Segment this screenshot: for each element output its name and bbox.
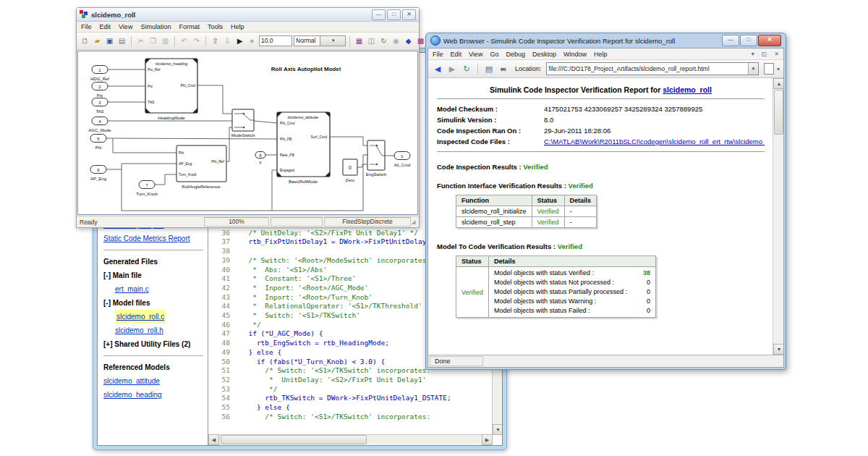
menu-file[interactable]: File <box>81 23 92 30</box>
basic-roll-mode-block[interactable]: slcidemo_attitude Phi_Cmd Phi_FB Rate_FB… <box>277 112 330 184</box>
save-icon[interactable]: ▣ <box>104 35 115 46</box>
zero-constant-block[interactable]: 0 Zero <box>343 159 357 182</box>
close-tab-icon[interactable]: ✕ <box>774 51 779 57</box>
location-input[interactable]: file:///C:/DO178_Project_Artifacts/slcid… <box>547 65 748 72</box>
close-button[interactable]: ✕ <box>758 35 781 46</box>
roll-angle-reference-block[interactable]: Phi AP_Eng Turn_Knob Phi_Ref RollAngleRe… <box>176 145 226 189</box>
heading-mode-block[interactable]: slcidemo_heading Psi_Ref Psi TAS Phi_Cmd… <box>145 59 197 120</box>
maximize-button[interactable]: □ <box>740 35 757 46</box>
menu-debug[interactable]: Debug <box>506 51 525 58</box>
model-link[interactable]: slcidemo_roll <box>663 85 712 94</box>
menu-file[interactable]: File <box>433 51 443 58</box>
report-vertical-scrollbar[interactable]: ▲ ▼ <box>773 78 783 355</box>
mode-switch-block[interactable]: ModeSwitch <box>231 109 255 138</box>
build-icon[interactable]: ◆ <box>403 35 414 46</box>
open-model-icon[interactable]: ▰ <box>92 35 103 46</box>
menu-edit[interactable]: Edit <box>100 23 111 30</box>
menu-tools[interactable]: Tools <box>208 23 223 30</box>
menu-desktop[interactable]: Desktop <box>532 51 556 58</box>
run-simulation-button[interactable]: ▶ <box>234 35 245 46</box>
info-row-ran-on: Code Inspection Ran On : 29-Jun-2011 18:… <box>437 125 765 136</box>
scroll-left-icon[interactable]: ◀ <box>208 434 219 445</box>
menu-view[interactable]: View <box>469 51 482 58</box>
sidebar-divider <box>103 250 203 250</box>
sidebar-link-ert-main[interactable]: ert_main.c <box>115 282 203 296</box>
location-combobox[interactable]: file:///C:/DO178_Project_Artifacts/slcid… <box>546 62 759 75</box>
inport-hdg-ref[interactable]: 1 HDG_Ref <box>90 66 109 82</box>
copy-icon[interactable]: ❐ <box>148 35 158 46</box>
simulink-model-window: slcidemo_roll — □ ✕ File Edit View Simul… <box>76 7 420 228</box>
inport-turn-knob[interactable]: 7 Turn_Knob <box>136 181 158 197</box>
browser-titlebar[interactable]: Web Browser - Simulink Code Inspector Ve… <box>427 33 784 48</box>
chevron-down-icon[interactable]: ▼ <box>748 63 758 75</box>
menu-view[interactable]: View <box>119 23 132 30</box>
close-button[interactable]: ✕ <box>402 9 416 20</box>
library-browser-icon[interactable]: ▦ <box>354 35 365 46</box>
go-up-icon[interactable]: ⇧ <box>210 35 221 46</box>
vertical-scroll-thumb[interactable] <box>774 90 783 135</box>
forward-icon[interactable]: ▶ <box>446 63 458 75</box>
scroll-right-icon[interactable]: ▶ <box>482 434 493 445</box>
sidebar-link-static-code-metrics[interactable]: Static Code Metrics Report <box>103 232 203 245</box>
shared-utility-group-toggle[interactable]: [+] Shared Utility Files (2) <box>103 337 203 351</box>
eng-switch-block[interactable]: EngSwitch <box>366 140 386 177</box>
model-files-group-toggle[interactable]: [-] Model files <box>103 296 203 310</box>
go-down-icon[interactable]: ⇩ <box>222 35 233 46</box>
sidebar-link-slcidemo-heading[interactable]: slcidemo_heading <box>103 388 203 402</box>
simulink-titlebar[interactable]: slcidemo_roll — □ ✕ <box>77 8 419 22</box>
back-icon[interactable]: ◀ <box>432 63 443 75</box>
cut-icon[interactable]: ✂ <box>135 35 146 46</box>
new-model-icon[interactable]: 🗋 <box>80 35 90 46</box>
stop-simulation-button[interactable]: ■ <box>247 35 258 46</box>
simulink-statusbar: Ready 100% FixedStepDiscrete ◢ <box>77 216 419 227</box>
undock-icon[interactable]: ▾ <box>752 51 754 57</box>
scroll-down-icon[interactable]: ▼ <box>773 344 783 355</box>
inport-tas[interactable]: 3 TAS <box>92 98 108 114</box>
paste-icon[interactable]: ▥ <box>160 35 171 46</box>
dock-icon[interactable]: ◱ <box>762 51 767 57</box>
scroll-up-icon[interactable]: ▲ <box>773 78 783 89</box>
horizontal-scroll-thumb[interactable] <box>221 435 367 444</box>
print-icon[interactable]: ▤ <box>116 35 127 46</box>
undo-icon[interactable]: ↶ <box>179 35 190 46</box>
inport-ap-eng[interactable]: 6 AP_Eng <box>90 166 106 182</box>
page-icon[interactable] <box>764 63 774 75</box>
inspected-file-link[interactable]: C:\MATLAB\Work\R2011bSLCI\codegen\slcide… <box>544 138 765 145</box>
sidebar-link-slcidemo-attitude[interactable]: slcidemo_attitude <box>103 374 203 388</box>
menu-go[interactable]: Go <box>490 51 498 58</box>
code-report-icon[interactable]: ▩ <box>415 35 426 46</box>
inport-agc-mode[interactable]: 4 AGC_Mode <box>88 117 111 133</box>
main-file-group-toggle[interactable]: [-] Main file <box>103 269 203 282</box>
minimize-button[interactable]: — <box>722 35 739 46</box>
scroll-down-icon[interactable]: ▼ <box>493 424 502 435</box>
inport-phi[interactable]: 5 Phi <box>90 135 106 151</box>
menu-simulation[interactable]: Simulation <box>140 23 171 30</box>
toolbar-separator <box>131 36 132 46</box>
update-diagram-icon[interactable]: ↻ <box>378 35 389 46</box>
debug-icon[interactable]: ◉ <box>391 35 401 46</box>
resize-grip-icon[interactable]: ◢ <box>412 219 419 225</box>
inport-psi[interactable]: 2 Psi <box>92 83 108 98</box>
maximize-button[interactable]: □ <box>387 9 401 20</box>
model-browser-icon[interactable]: ◫ <box>366 35 377 46</box>
inport-p[interactable]: 8 p <box>255 152 265 165</box>
simulation-stop-time-input[interactable]: 10.0 <box>259 35 292 46</box>
outport-ail-cmd[interactable]: 1 Ail_Cmd <box>394 152 411 168</box>
code-horizontal-scrollbar[interactable]: ◀ ▶ <box>208 434 493 444</box>
toolbar-overflow-icon[interactable]: ▾ <box>777 66 780 72</box>
model-canvas[interactable]: Roll Axis Autopilot Model <box>77 51 418 215</box>
print-icon[interactable]: ▤ <box>483 63 495 75</box>
menu-format[interactable]: Format <box>179 23 200 30</box>
find-binoculars-icon[interactable]: ∞ <box>498 63 509 75</box>
menu-window[interactable]: Window <box>563 51 587 58</box>
menu-edit[interactable]: Edit <box>451 51 462 58</box>
chevron-down-icon[interactable]: ▼ <box>320 36 346 46</box>
sidebar-link-slcidemo-roll-h[interactable]: slcidemo_roll.h <box>115 324 203 337</box>
menu-help[interactable]: Help <box>594 51 608 58</box>
minimize-button[interactable]: — <box>372 9 386 20</box>
simulation-mode-select[interactable]: Normal ▼ <box>294 35 346 46</box>
sidebar-link-slcidemo-roll-c-selected[interactable]: slcidemo_roll.c <box>115 310 166 324</box>
refresh-icon[interactable]: ↻ <box>461 63 472 75</box>
menu-help[interactable]: Help <box>231 23 244 30</box>
redo-icon[interactable]: ↷ <box>191 35 202 46</box>
